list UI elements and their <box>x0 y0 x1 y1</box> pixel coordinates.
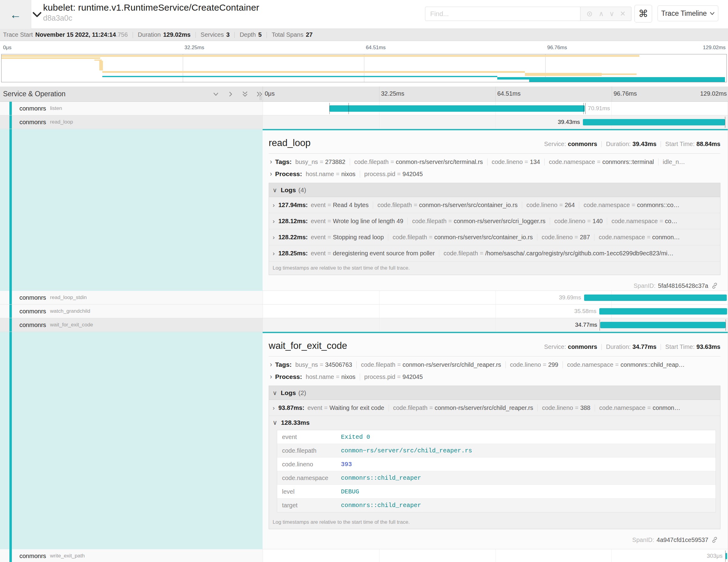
field-key: event <box>308 404 322 411</box>
find-prev-icon[interactable]: ∧ <box>599 10 604 17</box>
span-bar[interactable] <box>600 322 726 328</box>
span-bar[interactable] <box>329 105 585 112</box>
log-entry[interactable]: ›93.87ms:event=Waiting for exit codecode… <box>269 400 720 416</box>
field-value: conmon-rs/server/src/cri_logger.rs <box>454 218 546 224</box>
log-entry[interactable]: ›128.12ms:event=Wrote log line of length… <box>269 213 720 229</box>
logs-header[interactable]: ∨ Logs (4) <box>269 183 720 197</box>
log-timestamp: 128.25ms: <box>278 250 308 257</box>
log-field-value: conmonrs::child_reaper <box>341 475 421 482</box>
logs-header[interactable]: ∨ Logs (2) <box>269 386 720 400</box>
keyboard-shortcuts-button[interactable]: ⌘ <box>634 5 652 22</box>
field: code.filepath=conmon-rs/server/src/conta… <box>373 202 522 209</box>
log-fields: event=Stopping read loopcode.filepath=co… <box>310 234 684 241</box>
span-row-read-loop-stdin[interactable]: conmonrsread_loop_stdin39.69ms <box>0 291 728 305</box>
field-key: code.namespace <box>611 218 658 224</box>
span-row-name-cell[interactable]: conmonrswait_for_exit_code <box>0 318 263 332</box>
find-input[interactable] <box>425 7 580 21</box>
field-equals: = <box>397 361 401 368</box>
tags-row[interactable]: › Tags: busy_ns=34506763code.filepath=co… <box>269 361 720 369</box>
log-entry[interactable]: ›128.25ms:event=deregistering event sour… <box>269 245 720 261</box>
process-row[interactable]: › Process: host.name=nixosprocess.pid=94… <box>269 170 720 178</box>
span-row-timeline-cell[interactable]: 39.69ms <box>263 291 728 305</box>
summary-item: Trace StartNovember 15 2022, 11:24:14.75… <box>3 31 128 38</box>
log-entry[interactable]: ›127.94ms:event=Read 4 bytescode.filepat… <box>269 197 720 213</box>
field-value: conmon-rs/server/src/container_io.rs <box>419 202 518 208</box>
link-icon[interactable] <box>711 282 718 289</box>
collapse-all-double-chevron-down-icon[interactable] <box>242 91 248 97</box>
field-value: 942045 <box>403 373 423 380</box>
back-button[interactable]: ← <box>0 0 31 29</box>
field-value: 388 <box>580 404 590 411</box>
timeline-tick-label: 129.02ms <box>703 45 727 51</box>
chevron-right-icon: › <box>270 361 272 369</box>
span-bar[interactable] <box>583 119 725 125</box>
span-row-timeline-cell[interactable]: 303μs <box>263 549 728 562</box>
span-row-name-cell[interactable]: conmonrslisten <box>0 102 263 115</box>
span-row-name-cell[interactable]: conmonrsread_loop_stdin <box>0 291 263 305</box>
field: event=deregistering event source from po… <box>310 250 439 257</box>
collapse-all-chevron-down-icon[interactable] <box>213 91 219 97</box>
field-key: code.filepath <box>354 158 389 165</box>
field: code.namespace=co… <box>607 218 682 225</box>
span-duration-label: 34.77ms <box>575 322 597 328</box>
span-duration-label: 39.69ms <box>559 294 581 301</box>
tags-row[interactable]: › Tags: busy_ns=273882code.filepath=conm… <box>269 158 720 166</box>
log-entry[interactable]: ›128.22ms:event=Stopping read loopcode.f… <box>269 229 720 245</box>
field-key: code.lineno <box>554 218 585 224</box>
find-clear-icon[interactable]: ✕ <box>620 10 626 17</box>
summary-label: Duration <box>138 31 161 38</box>
timeline-tick-label: 96.76ms <box>612 90 637 97</box>
span-bar[interactable] <box>599 308 727 315</box>
log-entry-expanded[interactable]: ∨ 128.33ms <box>269 416 720 429</box>
log-field-key: code.filepath <box>277 447 341 454</box>
span-row-timeline-cell[interactable]: 39.43ms <box>263 115 728 129</box>
log-field-row: code.filepathconmon−rs/server/src/child_… <box>277 444 716 458</box>
field-key: code.filepath <box>393 234 427 240</box>
summary-value: 5 <box>258 31 262 38</box>
span-bar[interactable] <box>726 553 727 559</box>
process-row[interactable]: › Process: host.name=nixosprocess.pid=94… <box>269 373 720 381</box>
expand-one-chevron-right-icon[interactable] <box>227 91 234 97</box>
span-row-timeline-cell[interactable]: 70.91ms <box>263 102 728 115</box>
minimap-canvas[interactable] <box>1 54 727 82</box>
summary-item: Total Spans27 <box>272 31 313 38</box>
log-fields-table: eventExited 0code.filepathconmon−rs/serv… <box>277 430 716 513</box>
span-bar[interactable] <box>584 295 727 301</box>
timeline-tick-label: 96.76ms <box>546 45 567 51</box>
span-row-write-exit-path[interactable]: conmonrswrite_exit_path303μs <box>0 549 728 562</box>
locate-icon[interactable] <box>586 10 593 18</box>
span-row-watch-grandchild[interactable]: conmonrswatch_grandchild35.58ms <box>0 305 728 318</box>
chevron-down-icon: ∨ <box>273 419 277 426</box>
summary-value: 27 <box>306 31 312 38</box>
logs-box: ∨ Logs (2) ›93.87ms:event=Waiting for ex… <box>269 386 720 529</box>
field-key: code.filepath <box>393 404 427 411</box>
log-field-row: code.namespaceconmonrs::child_reaper <box>277 471 716 485</box>
collapse-header-toggle[interactable] <box>32 11 42 18</box>
summary-label: Services <box>201 31 224 38</box>
find-next-icon[interactable]: ∨ <box>609 10 614 17</box>
span-row-timeline-cell[interactable]: 35.58ms <box>263 305 728 318</box>
field-value: 140 <box>593 218 603 224</box>
field-key: process.pid <box>364 171 395 177</box>
column-resizer-handle[interactable] <box>260 96 261 100</box>
field: code.filepath=/home/sascha/.cargo/regist… <box>439 250 678 257</box>
spanid-row: SpanID: 5faf48165428c37a <box>269 281 720 291</box>
timeline-gridline <box>495 291 496 304</box>
link-icon[interactable] <box>711 536 718 543</box>
span-row-read-loop[interactable]: conmonrsread_loop39.43ms <box>0 115 728 129</box>
field-equals: = <box>328 234 331 240</box>
back-arrow-icon: ← <box>10 9 21 20</box>
expand-all-double-chevron-right-icon[interactable] <box>256 91 263 97</box>
field-key: idle_n… <box>663 158 685 165</box>
field: event=Read 4 bytes <box>310 202 373 209</box>
field-equals: = <box>632 202 635 208</box>
span-row-timeline-cell[interactable]: 34.77ms <box>263 318 728 332</box>
span-row-name-cell[interactable]: conmonrsread_loop <box>0 115 263 129</box>
view-selector-button[interactable]: Trace Timeline <box>658 5 718 21</box>
span-row-listen[interactable]: conmonrslisten70.91ms <box>0 102 728 115</box>
span-row-wait-for-exit-code[interactable]: conmonrswait_for_exit_code34.77ms <box>0 318 728 332</box>
span-color-indicator <box>9 129 12 291</box>
span-row-name-cell[interactable]: conmonrswatch_grandchild <box>0 305 263 318</box>
span-row-name-cell[interactable]: conmonrswrite_exit_path <box>0 549 263 562</box>
field-equals: = <box>660 218 663 224</box>
